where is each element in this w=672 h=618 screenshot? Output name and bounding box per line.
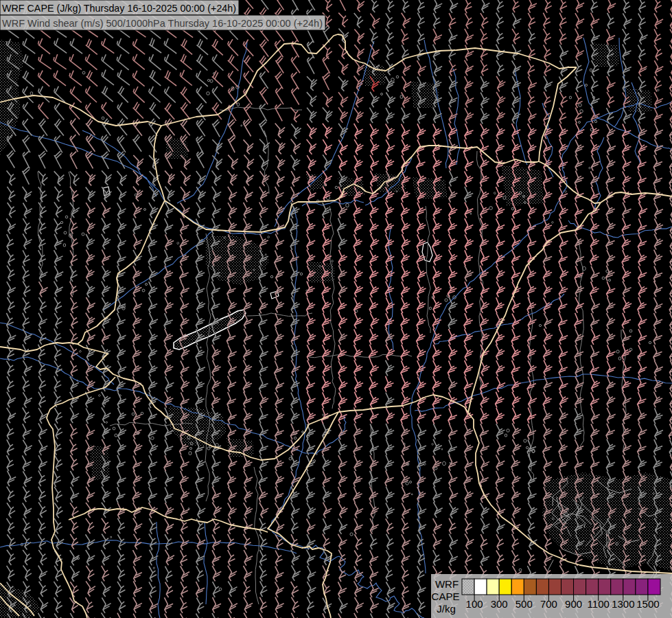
svg-text:300: 300 [491,598,508,610]
svg-text:WRF Wind shear (m/s) 500/1000h: WRF Wind shear (m/s) 500/1000hPa Thursda… [2,17,323,29]
svg-text:WRF CAPE (J/kg) Thursday 16-10: WRF CAPE (J/kg) Thursday 16-10-2025 00:0… [2,2,236,14]
svg-text:CAPE: CAPE [432,591,460,602]
svg-text:1500: 1500 [636,598,659,610]
svg-text:100: 100 [466,598,483,610]
svg-text:700: 700 [540,598,557,610]
svg-text:WRF: WRF [435,578,459,590]
svg-text:1300: 1300 [612,598,634,610]
svg-text:1100: 1100 [588,598,610,610]
svg-text:J/kg: J/kg [437,603,456,615]
svg-text:900: 900 [565,598,582,610]
svg-text:500: 500 [515,598,533,610]
